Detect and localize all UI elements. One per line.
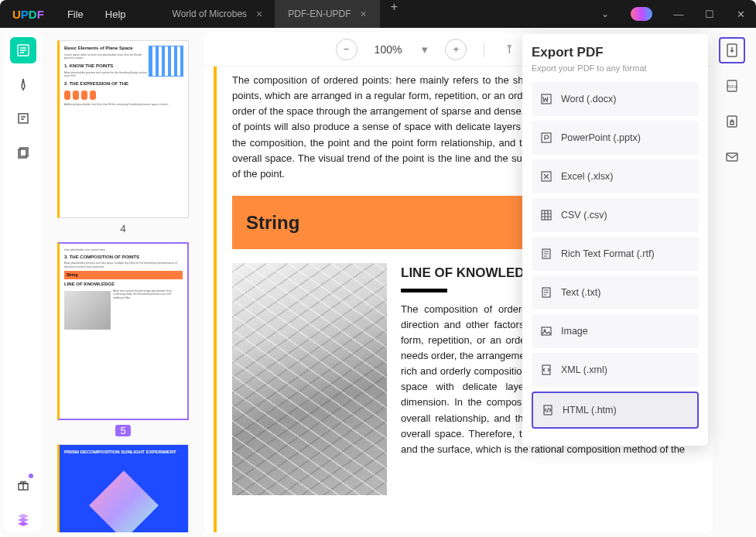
gift-icon[interactable]: [10, 472, 36, 498]
zoom-out-button[interactable]: −: [336, 39, 357, 60]
zoom-dropdown-icon[interactable]: ▾: [419, 39, 431, 60]
svg-rect-10: [727, 153, 737, 161]
title-bar: UPDF File Help World of Microbes × PDF-E…: [0, 0, 756, 28]
tab-pdf-en-updf[interactable]: PDF-EN-UPDF ×: [275, 0, 380, 28]
export-pdf-icon[interactable]: [719, 37, 745, 63]
scroll-top-icon[interactable]: ⤒: [501, 39, 518, 60]
image-icon: [539, 324, 553, 338]
svg-rect-17: [542, 327, 551, 335]
tab-world-of-microbes[interactable]: World of Microbes ×: [160, 0, 276, 28]
csv-icon: [539, 208, 553, 222]
excel-icon: [539, 169, 553, 183]
edit-tool-icon[interactable]: [10, 105, 36, 132]
brand-badge-icon: [631, 7, 652, 21]
page-tool-icon[interactable]: [10, 139, 36, 166]
powerpoint-icon: [539, 131, 553, 145]
export-rtf[interactable]: Rich Text Format (.rtf): [532, 237, 699, 271]
svg-rect-1: [19, 114, 28, 123]
app-logo: UPDF: [0, 8, 56, 21]
export-text[interactable]: Text (.txt): [532, 275, 699, 310]
comment-tool-icon[interactable]: [10, 71, 36, 97]
svg-text:PDF/A: PDF/A: [727, 84, 738, 89]
thumbnail-page-5[interactable]: Intro placeholder text content lines 3. …: [57, 242, 189, 420]
close-icon[interactable]: ×: [256, 8, 262, 20]
close-button[interactable]: ✕: [725, 0, 756, 28]
close-icon[interactable]: ×: [361, 8, 367, 20]
menu-file[interactable]: File: [56, 9, 94, 20]
rtf-icon: [539, 247, 553, 261]
left-tool-rail: [5, 32, 42, 532]
new-tab-button[interactable]: +: [380, 0, 409, 28]
export-powerpoint[interactable]: PowerPoint (.pptx): [532, 121, 699, 155]
thumbnail-page-6[interactable]: PRISM DECOMPOSITION SUNLIGHT EXPERIMENT: [57, 444, 189, 532]
minimize-button[interactable]: —: [663, 0, 694, 28]
html-icon: [541, 403, 555, 417]
export-subtitle: Export your PDF to any format: [532, 63, 699, 73]
xml-icon: [539, 363, 553, 377]
zoom-in-button[interactable]: +: [445, 39, 467, 60]
word-icon: [539, 92, 553, 106]
export-pdf-panel: Export PDF Export your PDF to any format…: [522, 34, 708, 446]
tab-label: PDF-EN-UPDF: [288, 9, 351, 19]
zoom-level: 100%: [375, 43, 402, 56]
maximize-button[interactable]: ☐: [694, 0, 725, 28]
layers-icon[interactable]: [10, 506, 36, 532]
doc-image: [232, 263, 387, 495]
window-dropdown-icon[interactable]: ⌄: [590, 9, 620, 19]
export-word[interactable]: Word (.docx): [532, 82, 699, 116]
right-tool-rail: PDF/A: [713, 32, 751, 532]
window-controls: ⌄ — ☐ ✕: [590, 0, 756, 28]
text-icon: [539, 286, 553, 299]
svg-rect-9: [730, 121, 734, 125]
export-csv[interactable]: CSV (.csv): [532, 198, 699, 232]
svg-rect-14: [542, 210, 551, 220]
page-number: 4: [57, 223, 189, 234]
export-image[interactable]: Image: [532, 314, 699, 348]
reader-mode-icon[interactable]: [10, 37, 36, 63]
export-title: Export PDF: [532, 45, 699, 60]
thumbnail-panel: Basic Elements of Plane Space Lorem ipsu…: [42, 32, 204, 532]
export-xml[interactable]: XML (.xml): [532, 353, 699, 387]
page-number: 5: [115, 425, 131, 436]
export-html[interactable]: HTML (.htm): [532, 392, 699, 429]
svg-rect-12: [542, 133, 551, 142]
convert-pdfa-icon[interactable]: PDF/A: [719, 73, 745, 99]
thumbnail-page-4[interactable]: Basic Elements of Plane Space Lorem ipsu…: [57, 40, 189, 218]
protect-icon[interactable]: [719, 108, 745, 135]
menu-help[interactable]: Help: [94, 9, 137, 20]
tab-label: World of Microbes: [173, 9, 247, 19]
document-tabs: World of Microbes × PDF-EN-UPDF × +: [160, 0, 409, 28]
export-excel[interactable]: Excel (.xlsx): [532, 159, 699, 193]
share-mail-icon[interactable]: [719, 144, 745, 170]
